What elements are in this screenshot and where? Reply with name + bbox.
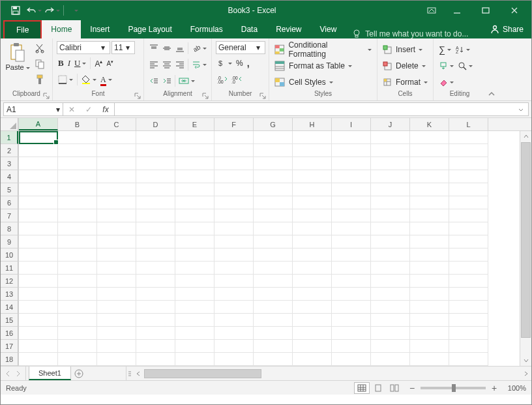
undo-button[interactable] — [25, 3, 42, 18]
cell[interactable] — [410, 353, 449, 366]
cell[interactable] — [410, 144, 449, 157]
cell[interactable] — [332, 353, 371, 366]
cell[interactable] — [410, 222, 449, 235]
scroll-up-button[interactable] — [520, 131, 531, 142]
cell[interactable] — [97, 170, 136, 183]
cell[interactable] — [332, 327, 371, 340]
sheet-nav-next-button[interactable] — [15, 370, 22, 377]
cell[interactable] — [254, 196, 293, 209]
cell-area[interactable] — [19, 131, 520, 366]
tab-data[interactable]: Data — [232, 20, 267, 38]
cell[interactable] — [175, 275, 214, 288]
tab-formulas[interactable]: Formulas — [181, 20, 232, 38]
column-header-B[interactable]: B — [58, 118, 97, 130]
qat-customize-button[interactable] — [66, 3, 83, 18]
tab-split-handle[interactable] — [126, 369, 133, 378]
row-header-16[interactable]: 16 — [1, 327, 18, 340]
cell[interactable] — [371, 235, 410, 248]
merge-center-button[interactable] — [177, 74, 196, 88]
cell[interactable] — [449, 340, 488, 353]
cell[interactable] — [175, 262, 214, 275]
cell[interactable] — [97, 275, 136, 288]
cell[interactable] — [371, 157, 410, 170]
cell[interactable] — [332, 262, 371, 275]
wrap-text-button[interactable] — [190, 57, 208, 72]
cell[interactable] — [293, 170, 332, 183]
cell[interactable] — [293, 248, 332, 262]
cell[interactable] — [58, 131, 97, 144]
cell[interactable] — [371, 144, 410, 157]
cell[interactable] — [449, 131, 488, 144]
cell[interactable] — [19, 314, 58, 327]
alignment-dialog-launcher[interactable] — [202, 93, 209, 99]
number-format-combo[interactable]: General▾ — [216, 41, 265, 54]
cell[interactable] — [19, 196, 58, 209]
cell[interactable] — [254, 262, 293, 275]
row-header-5[interactable]: 5 — [1, 183, 18, 196]
cell[interactable] — [293, 340, 332, 353]
cell[interactable] — [97, 157, 136, 170]
cell[interactable] — [19, 248, 58, 262]
cell[interactable] — [293, 327, 332, 340]
cell[interactable] — [97, 144, 136, 157]
column-header-D[interactable]: D — [136, 118, 175, 130]
normal-view-button[interactable] — [354, 382, 370, 394]
cell[interactable] — [293, 353, 332, 366]
row-header-4[interactable]: 4 — [1, 170, 18, 183]
cell[interactable] — [97, 248, 136, 262]
cell[interactable] — [449, 301, 488, 314]
cell[interactable] — [175, 301, 214, 314]
zoom-slider[interactable] — [421, 387, 486, 389]
zoom-level[interactable]: 100% — [503, 384, 526, 392]
row-header-11[interactable]: 11 — [1, 262, 18, 275]
cell[interactable] — [332, 275, 371, 288]
cell[interactable] — [371, 340, 410, 353]
cell[interactable] — [214, 157, 254, 170]
font-color-button[interactable]: A — [99, 72, 113, 87]
cell[interactable] — [332, 183, 371, 196]
cell[interactable] — [254, 144, 293, 157]
format-cells-button[interactable]: Format — [381, 75, 429, 89]
cell[interactable] — [371, 131, 410, 144]
cell[interactable] — [449, 196, 488, 209]
cut-button[interactable] — [33, 41, 46, 55]
column-header-H[interactable]: H — [293, 118, 332, 130]
row-header-18[interactable]: 18 — [1, 353, 18, 366]
cell[interactable] — [97, 262, 136, 275]
cell[interactable] — [254, 209, 293, 222]
cell[interactable] — [254, 327, 293, 340]
redo-button[interactable] — [44, 3, 61, 18]
cell[interactable] — [175, 248, 214, 262]
percent-format-button[interactable]: % — [235, 56, 244, 70]
cell[interactable] — [410, 314, 449, 327]
cell[interactable] — [293, 288, 332, 301]
row-header-13[interactable]: 13 — [1, 288, 18, 301]
cell[interactable] — [449, 235, 488, 248]
column-header-I[interactable]: I — [332, 118, 371, 130]
row-header-12[interactable]: 12 — [1, 275, 18, 288]
cell[interactable] — [214, 170, 254, 183]
cell[interactable] — [19, 288, 58, 301]
cell[interactable] — [136, 353, 175, 366]
cell[interactable] — [136, 262, 175, 275]
column-header-C[interactable]: C — [97, 118, 136, 130]
align-middle-button[interactable] — [161, 41, 173, 55]
page-break-view-button[interactable] — [387, 382, 402, 394]
maximize-button[interactable] — [471, 1, 500, 20]
cell[interactable] — [371, 314, 410, 327]
cell[interactable] — [136, 235, 175, 248]
vertical-scroll-thumb[interactable] — [521, 142, 531, 338]
cell[interactable] — [97, 327, 136, 340]
cell[interactable] — [175, 327, 214, 340]
cell[interactable] — [136, 183, 175, 196]
cell[interactable] — [214, 275, 254, 288]
cell[interactable] — [19, 235, 58, 248]
cell[interactable] — [58, 235, 97, 248]
cell[interactable] — [254, 248, 293, 262]
align-top-button[interactable] — [148, 41, 160, 55]
column-header-J[interactable]: J — [371, 118, 410, 130]
cell[interactable] — [371, 209, 410, 222]
cell[interactable] — [58, 314, 97, 327]
increase-indent-button[interactable] — [161, 74, 173, 88]
cell[interactable] — [58, 222, 97, 235]
